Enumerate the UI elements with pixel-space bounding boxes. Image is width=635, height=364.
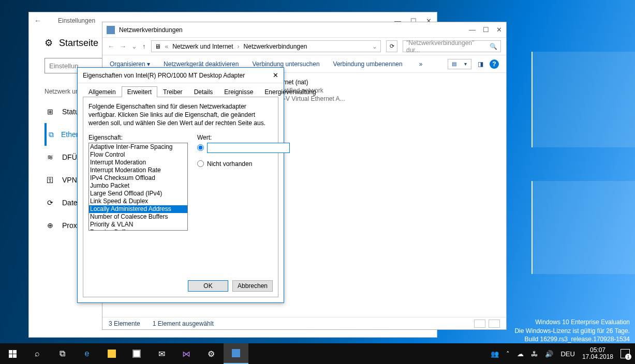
- explorer-nav-toolbar: ← → ⌄ ↑ 🖥 « Netzwerk und Internet › Netz…: [102, 38, 506, 55]
- help-icon[interactable]: ?: [490, 59, 499, 69]
- file-explorer-app[interactable]: [99, 343, 124, 364]
- settings-window-title: Einstellungen: [58, 17, 95, 24]
- adapter-properties-dialog: Eigenschaften von Intel(R) PRO/1000 MT D…: [77, 67, 284, 303]
- settings-app[interactable]: ⚙: [199, 343, 224, 364]
- action-center-icon[interactable]: [621, 349, 630, 358]
- windows-logo-beams: [500, 52, 635, 274]
- value-input[interactable]: [207, 143, 290, 153]
- property-item[interactable]: IPv4 Checksum Offload: [89, 174, 187, 182]
- tab-erweitert[interactable]: Erweitert: [122, 86, 157, 97]
- maximize-icon[interactable]: ☐: [483, 26, 489, 34]
- property-item[interactable]: Adaptive Inter-Frame Spacing: [89, 143, 187, 151]
- view-mode-button[interactable]: ▤▾: [448, 59, 471, 69]
- property-item[interactable]: Link Speed & Duplex: [89, 198, 187, 205]
- value-radio-none[interactable]: [197, 160, 204, 167]
- control-panel-icon: [107, 26, 115, 34]
- nav-icon: ⊕: [46, 221, 55, 230]
- nav-up-icon[interactable]: ↑: [142, 42, 146, 50]
- explorer-search-input[interactable]: "Netzwerkverbindungen" dur... 🔍: [403, 40, 501, 52]
- property-item[interactable]: Flow Control: [89, 151, 187, 159]
- breadcrumb-leaf[interactable]: Netzwerkverbindungen: [244, 43, 307, 50]
- settings-search-placeholder: Einstellun: [49, 62, 78, 70]
- cmd-organise[interactable]: Organisieren ▾: [110, 60, 150, 68]
- value-radio-custom[interactable]: [197, 144, 204, 151]
- explorer-window-title: Netzwerkverbindungen: [119, 26, 183, 34]
- tab-strip: AllgemeinErweitertTreiberDetailsEreignis…: [78, 83, 284, 97]
- cmd-overflow-icon[interactable]: »: [419, 60, 423, 68]
- property-item[interactable]: Interrupt Moderation: [89, 159, 187, 166]
- control-panel-mini-icon: 🖥: [155, 43, 161, 50]
- property-item[interactable]: Jumbo Packet: [89, 182, 187, 190]
- property-item[interactable]: Large Send Offload (IPv4): [89, 190, 187, 198]
- nav-back-icon[interactable]: ←: [108, 42, 114, 50]
- visual-studio-app[interactable]: ⋈: [174, 343, 199, 364]
- desktop-watermark: Windows 10 Enterprise Evaluation Die Win…: [514, 318, 630, 343]
- system-tray: 👥 ˄ ☁ 🖧 🔊 DEU 05:07 17.04.2018: [491, 347, 635, 360]
- value-none-label: Nicht vorhanden: [207, 160, 252, 168]
- value-label: Wert:: [197, 134, 290, 141]
- explorer-status-bar: 3 Elemente 1 Element ausgewählt: [102, 317, 506, 329]
- dialog-title: Eigenschaften von Intel(R) PRO/1000 MT D…: [83, 72, 245, 79]
- minimize-icon[interactable]: —: [469, 26, 476, 34]
- tab-energieverwaltung[interactable]: Energieverwaltung: [259, 86, 321, 97]
- nav-label: DFÜ: [62, 153, 77, 161]
- mail-app[interactable]: ✉: [149, 343, 174, 364]
- tab-allgemein[interactable]: Allgemein: [83, 86, 122, 97]
- property-item[interactable]: Interrupt Moderation Rate: [89, 166, 187, 174]
- store-app[interactable]: [124, 343, 149, 364]
- nav-icon: ⊞: [46, 108, 55, 116]
- tab-details[interactable]: Details: [188, 86, 219, 97]
- control-panel-app[interactable]: [224, 343, 248, 364]
- status-selected: 1 Element ausgewählt: [153, 320, 214, 327]
- onedrive-icon[interactable]: ☁: [517, 350, 524, 358]
- property-listbox[interactable]: Adaptive Inter-Frame SpacingFlow Control…: [88, 143, 188, 231]
- nav-recent-icon[interactable]: ⌄: [131, 42, 137, 50]
- gear-icon: ⚙: [45, 37, 53, 49]
- cmd-rename[interactable]: Verbindung umbenennen: [333, 60, 403, 68]
- property-item[interactable]: Priority & VLAN: [89, 221, 187, 229]
- cmd-disable[interactable]: Netzwerkgerät deaktivieren: [164, 60, 239, 68]
- advanced-description: Folgende Eigenschaften sind für diesen N…: [88, 102, 273, 128]
- addr-dropdown-icon[interactable]: ⌄: [372, 43, 377, 50]
- property-item[interactable]: Receive Buffers: [89, 229, 187, 231]
- property-item[interactable]: Number of Coalesce Buffers: [89, 213, 187, 221]
- cmd-diagnose[interactable]: Verbindung untersuchen: [252, 60, 319, 68]
- volume-icon[interactable]: 🔊: [545, 350, 553, 358]
- address-bar[interactable]: 🖥 « Netzwerk und Internet › Netzwerkverb…: [151, 40, 381, 52]
- network-tray-icon[interactable]: 🖧: [531, 350, 538, 358]
- breadcrumb-root[interactable]: Netzwerk und Internet: [172, 43, 233, 50]
- property-label: Eigenschaft:: [88, 134, 188, 141]
- edge-app[interactable]: e: [75, 343, 99, 364]
- back-icon[interactable]: ←: [34, 17, 41, 25]
- nav-icon: ⟳: [46, 199, 55, 207]
- search-button[interactable]: ⌕: [25, 343, 50, 364]
- task-view-button[interactable]: ⧉: [50, 343, 75, 364]
- status-count: 3 Elemente: [109, 320, 140, 327]
- refresh-icon[interactable]: ⟳: [386, 40, 397, 52]
- clock[interactable]: 05:07 17.04.2018: [582, 347, 613, 360]
- property-item[interactable]: Locally Administered Address: [89, 205, 187, 213]
- search-icon: 🔍: [490, 43, 497, 50]
- people-icon[interactable]: 👥: [491, 350, 499, 358]
- tray-chevron-icon[interactable]: ˄: [506, 350, 510, 358]
- view-details-icon[interactable]: [474, 320, 485, 328]
- language-indicator[interactable]: DEU: [560, 350, 574, 358]
- taskbar: ⌕ ⧉ e ✉ ⋈ ⚙ 👥 ˄ ☁ 🖧 🔊 DEU 05:07 17.04.20…: [0, 343, 635, 364]
- start-button[interactable]: [0, 343, 25, 364]
- nav-icon: ⚿: [46, 176, 55, 184]
- nav-icon: ⧉: [47, 130, 56, 139]
- preview-pane-icon[interactable]: ◨: [478, 60, 483, 68]
- nav-forward-icon[interactable]: →: [120, 42, 126, 50]
- dialog-titlebar[interactable]: Eigenschaften von Intel(R) PRO/1000 MT D…: [78, 68, 284, 83]
- nav-label: VPN: [62, 176, 77, 184]
- explorer-titlebar[interactable]: Netzwerkverbindungen — ☐ ✕: [102, 22, 506, 38]
- ok-button[interactable]: OK: [188, 280, 228, 292]
- view-large-icon[interactable]: [489, 320, 500, 328]
- settings-header: Startseite: [59, 38, 98, 49]
- cancel-button[interactable]: Abbrechen: [232, 280, 273, 292]
- close-icon[interactable]: ✕: [273, 71, 278, 79]
- close-icon[interactable]: ✕: [496, 26, 502, 34]
- tab-advanced-body: Folgende Eigenschaften sind für diesen N…: [83, 97, 278, 297]
- tab-treiber[interactable]: Treiber: [157, 86, 188, 97]
- tab-ereignisse[interactable]: Ereignisse: [218, 86, 259, 97]
